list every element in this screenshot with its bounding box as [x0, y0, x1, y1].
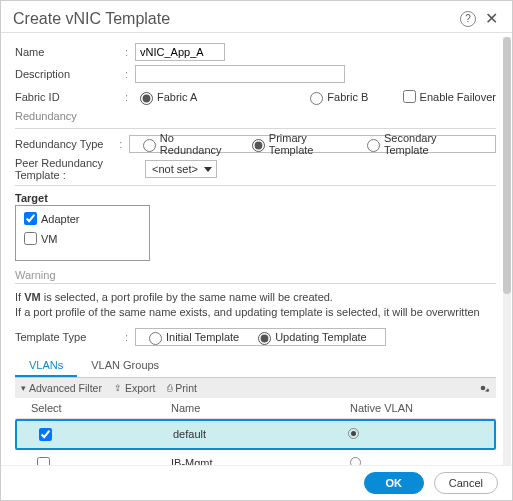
native-vlan-radio[interactable]	[348, 428, 359, 439]
enable-failover-label: Enable Failover	[420, 91, 496, 103]
advanced-filter-label: Advanced Filter	[29, 382, 102, 394]
fabric-a-label: Fabric A	[157, 91, 197, 103]
print-icon: ⎙	[167, 383, 172, 393]
print-label: Print	[175, 382, 197, 394]
tab-vlans[interactable]: VLANs	[15, 354, 77, 377]
no-redundancy-input[interactable]	[143, 139, 156, 152]
export-label: Export	[125, 382, 155, 394]
description-label: Description	[15, 68, 125, 80]
peer-label: Peer Redundancy Template :	[15, 157, 145, 181]
col-select-header: Select	[21, 402, 171, 414]
ok-button[interactable]: OK	[364, 472, 424, 494]
primary-template-radio[interactable]: Primary Template	[247, 132, 348, 156]
enable-failover-checkbox[interactable]: Enable Failover	[399, 87, 496, 106]
target-heading: Target	[15, 192, 496, 204]
info-text: If VM is selected, a port profile by the…	[15, 290, 496, 320]
initial-template-radio[interactable]: Initial Template	[144, 329, 239, 345]
primary-template-label: Primary Template	[269, 132, 348, 156]
chevron-down-icon	[204, 167, 212, 172]
warning-label: Warning	[15, 269, 496, 281]
peer-select[interactable]: <not set>	[145, 160, 217, 178]
fabric-a-radio[interactable]: Fabric A	[135, 89, 197, 105]
name-input[interactable]	[135, 43, 225, 61]
scrollbar[interactable]	[503, 37, 511, 465]
fabric-id-label: Fabric ID	[15, 91, 125, 103]
initial-template-input[interactable]	[149, 332, 162, 345]
name-label: Name	[15, 46, 125, 58]
target-list: Adapter VM	[15, 205, 150, 261]
enable-failover-input[interactable]	[403, 90, 416, 103]
redundancy-type-label: Redundancy Type	[15, 138, 119, 150]
help-icon[interactable]: ?	[460, 11, 476, 27]
cancel-button[interactable]: Cancel	[434, 472, 498, 494]
col-native-header: Native VLAN	[350, 402, 490, 414]
secondary-template-label: Secondary Template	[384, 132, 477, 156]
updating-template-radio[interactable]: Updating Template	[253, 329, 367, 345]
target-adapter-checkbox[interactable]	[24, 212, 37, 225]
col-name-header: Name	[171, 402, 350, 414]
redundancy-heading: Redundancy	[15, 110, 496, 122]
table-row[interactable]: default	[15, 419, 496, 450]
advanced-filter-tool[interactable]: ▾ Advanced Filter	[21, 382, 102, 394]
filter-icon: ▾	[21, 383, 26, 393]
description-input[interactable]	[135, 65, 345, 83]
secondary-template-radio[interactable]: Secondary Template	[362, 132, 477, 156]
initial-template-label: Initial Template	[166, 331, 239, 343]
fabric-b-label: Fabric B	[327, 91, 368, 103]
fabric-b-radio[interactable]: Fabric B	[305, 89, 368, 105]
no-redundancy-radio[interactable]: No Redundancy	[138, 132, 233, 156]
scrollbar-thumb[interactable]	[503, 37, 511, 294]
target-adapter-label: Adapter	[41, 213, 80, 225]
target-vm-checkbox[interactable]	[24, 232, 37, 245]
row-name: default	[173, 428, 348, 440]
template-type-label: Template Type	[15, 331, 125, 343]
updating-template-label: Updating Template	[275, 331, 367, 343]
no-redundancy-label: No Redundancy	[160, 132, 233, 156]
peer-value: <not set>	[152, 163, 198, 175]
fabric-b-radio-input[interactable]	[310, 92, 323, 105]
updating-template-input[interactable]	[258, 332, 271, 345]
dialog-title: Create vNIC Template	[13, 10, 460, 28]
fabric-a-radio-input[interactable]	[140, 92, 153, 105]
tab-vlan-groups[interactable]: VLAN Groups	[77, 354, 173, 377]
export-tool[interactable]: ⇪ Export	[114, 382, 155, 394]
close-icon[interactable]: ✕	[482, 9, 500, 28]
primary-template-input[interactable]	[252, 139, 265, 152]
target-vm-label: VM	[41, 233, 58, 245]
secondary-template-input[interactable]	[367, 139, 380, 152]
export-icon: ⇪	[114, 383, 122, 393]
row-select-checkbox[interactable]	[39, 428, 52, 441]
print-tool[interactable]: ⎙ Print	[167, 382, 197, 394]
gear-icon[interactable]	[476, 381, 490, 395]
